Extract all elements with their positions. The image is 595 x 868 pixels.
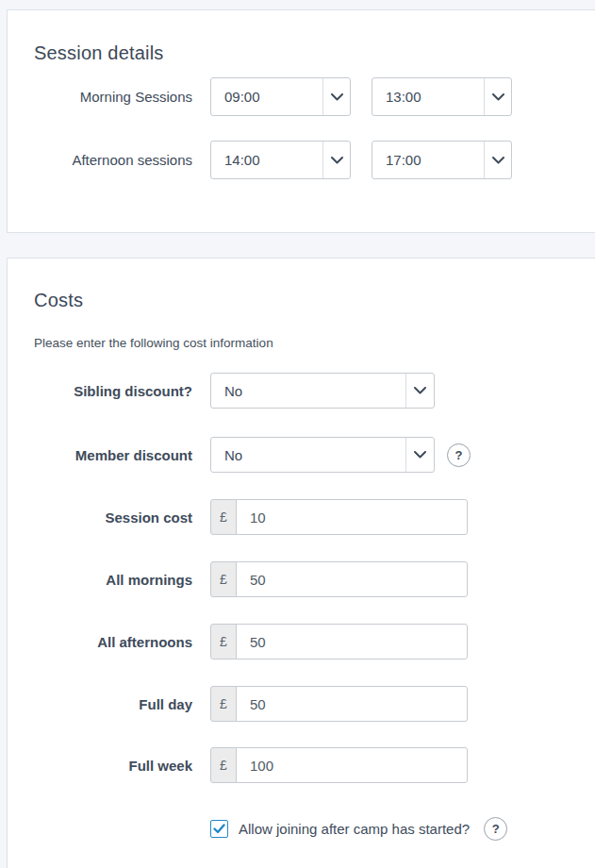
camp-setup-form: Session details Morning Sessions 09:00 1… bbox=[0, 0, 595, 868]
morning-start-time-select[interactable]: 09:00 bbox=[210, 77, 351, 116]
currency-pound-icon: £ bbox=[210, 747, 237, 783]
chevron-down-icon bbox=[405, 438, 434, 472]
afternoon-sessions-row: Afternoon sessions 14:00 17:00 bbox=[8, 141, 595, 179]
sibling-discount-value: No bbox=[211, 374, 405, 408]
session-cost-row: Session cost £ bbox=[8, 499, 595, 535]
morning-end-time-select[interactable]: 13:00 bbox=[372, 77, 512, 116]
sibling-discount-select[interactable]: No bbox=[210, 373, 435, 409]
member-discount-value: No bbox=[211, 438, 405, 472]
session-cost-input[interactable] bbox=[236, 499, 468, 535]
full-day-label: Full day bbox=[8, 696, 192, 712]
morning-sessions-label: Morning Sessions bbox=[8, 89, 192, 105]
morning-sessions-row: Morning Sessions 09:00 13:00 bbox=[8, 77, 595, 116]
afternoon-end-time-value: 17:00 bbox=[372, 142, 484, 178]
afternoon-end-time-select[interactable]: 17:00 bbox=[372, 141, 512, 179]
sibling-discount-label: Sibling discount? bbox=[8, 383, 192, 399]
chevron-down-icon bbox=[322, 78, 350, 115]
session-cost-label: Session cost bbox=[8, 509, 192, 526]
morning-end-time-value: 13:00 bbox=[372, 78, 484, 115]
member-discount-label: Member discount bbox=[8, 447, 192, 463]
full-day-group: £ bbox=[210, 686, 468, 722]
currency-pound-icon: £ bbox=[210, 561, 237, 597]
currency-pound-icon: £ bbox=[210, 686, 237, 722]
all-mornings-group: £ bbox=[210, 561, 468, 597]
allow-joining-row: Allow joining after camp has started? ? bbox=[8, 815, 595, 842]
member-discount-row: Member discount No ? bbox=[8, 437, 595, 473]
currency-pound-icon: £ bbox=[210, 499, 237, 535]
full-week-label: Full week bbox=[8, 758, 192, 774]
all-afternoons-row: All afternoons £ bbox=[8, 624, 595, 659]
full-week-group: £ bbox=[210, 747, 468, 783]
currency-pound-icon: £ bbox=[210, 624, 237, 659]
all-afternoons-label: All afternoons bbox=[8, 634, 192, 650]
member-discount-help-icon[interactable]: ? bbox=[447, 443, 471, 467]
chevron-down-icon bbox=[405, 374, 434, 408]
full-week-row: Full week £ bbox=[8, 747, 595, 783]
full-day-row: Full day £ bbox=[8, 686, 595, 722]
afternoon-start-time-select[interactable]: 14:00 bbox=[210, 141, 351, 179]
all-mornings-label: All mornings bbox=[8, 572, 192, 588]
allow-joining-label[interactable]: Allow joining after camp has started? bbox=[239, 821, 470, 837]
allow-joining-checkbox[interactable] bbox=[210, 820, 228, 838]
full-day-input[interactable] bbox=[236, 686, 468, 722]
session-details-card: Session details Morning Sessions 09:00 1… bbox=[7, 9, 595, 233]
afternoon-start-time-value: 14:00 bbox=[211, 142, 322, 178]
checkmark-icon bbox=[213, 824, 225, 834]
chevron-down-icon bbox=[484, 142, 511, 178]
chevron-down-icon bbox=[484, 78, 511, 115]
allow-joining-help-icon[interactable]: ? bbox=[484, 817, 507, 841]
costs-subtitle: Please enter the following cost informat… bbox=[34, 336, 273, 350]
chevron-down-icon bbox=[322, 142, 350, 178]
session-cost-group: £ bbox=[210, 499, 468, 535]
costs-title: Costs bbox=[34, 290, 83, 311]
costs-card: Costs Please enter the following cost in… bbox=[7, 258, 595, 868]
session-details-title: Session details bbox=[34, 42, 164, 64]
sibling-discount-row: Sibling discount? No bbox=[8, 373, 595, 409]
afternoon-sessions-label: Afternoon sessions bbox=[8, 152, 192, 168]
morning-start-time-value: 09:00 bbox=[211, 78, 322, 115]
full-week-input[interactable] bbox=[236, 747, 468, 783]
all-afternoons-group: £ bbox=[210, 624, 468, 659]
member-discount-select[interactable]: No bbox=[210, 437, 435, 473]
all-afternoons-input[interactable] bbox=[236, 624, 468, 659]
all-mornings-row: All mornings £ bbox=[8, 561, 595, 597]
all-mornings-input[interactable] bbox=[236, 561, 468, 597]
